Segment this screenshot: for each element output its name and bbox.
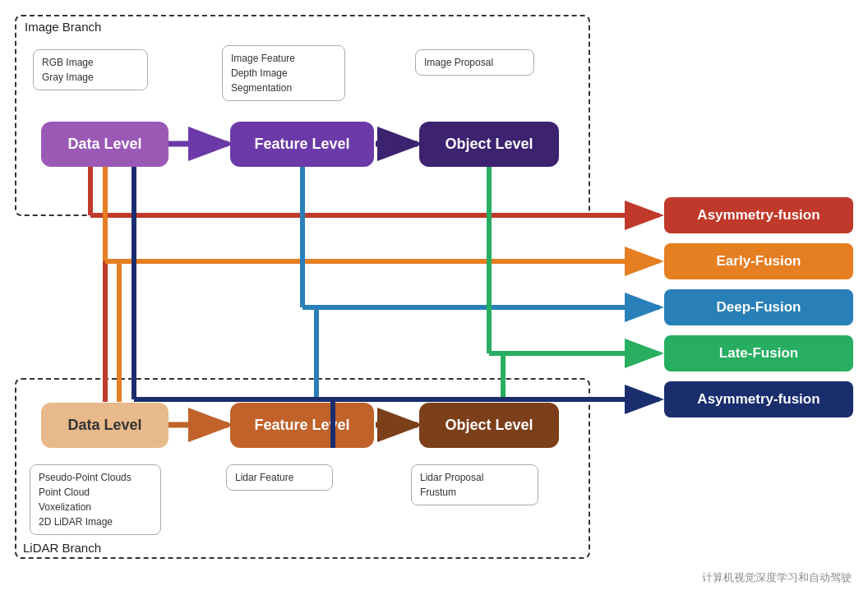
- lid-info1-line4: 2D LiDAR Image: [39, 514, 152, 529]
- lid-data-level-node: Data Level: [41, 403, 169, 448]
- img-info2-line3: Segmentation: [231, 81, 336, 95]
- lidar-branch-label: LiDAR Branch: [23, 541, 101, 555]
- fusion-asymmetry2-label: Asymmetry-fusion: [664, 381, 853, 417]
- main-container: Image Branch LiDAR Branch Data Level Fea…: [0, 0, 868, 595]
- img-info3-line1: Image Proposal: [424, 55, 525, 70]
- watermark: 计算机视觉深度学习和自动驾驶: [702, 570, 852, 585]
- img-data-level-node: Data Level: [41, 122, 169, 167]
- lid-info1-line1: Pseudo-Point Clouds: [39, 470, 152, 485]
- lid-info-box-2: Lidar Feature: [226, 464, 333, 491]
- lid-object-level-node: Object Level: [419, 403, 559, 448]
- lid-info1-line2: Point Cloud: [39, 485, 152, 500]
- lid-info-box-3: Lidar Proposal Frustum: [411, 464, 538, 505]
- image-branch-label: Image Branch: [25, 20, 101, 34]
- img-feature-level-node: Feature Level: [230, 122, 374, 167]
- fusion-asymmetry1-label: Asymmetry-fusion: [664, 197, 853, 233]
- lid-feature-level-node: Feature Level: [230, 403, 374, 448]
- img-info1-line1: RGB Image: [42, 55, 139, 70]
- img-info2-line1: Image Feature: [231, 51, 336, 66]
- fusion-late-label: Late-Fusion: [664, 335, 853, 371]
- lid-info1-line3: Voxelization: [39, 500, 152, 514]
- lid-info3-line2: Frustum: [420, 485, 529, 500]
- lid-info3-line1: Lidar Proposal: [420, 470, 529, 485]
- fusion-deep-label: Deep-Fusion: [664, 289, 853, 325]
- fusion-early-label: Early-Fusion: [664, 243, 853, 279]
- img-info2-line2: Depth Image: [231, 66, 336, 81]
- img-object-level-node: Object Level: [419, 122, 559, 167]
- img-info-box-2: Image Feature Depth Image Segmentation: [222, 45, 345, 101]
- lid-info2-line1: Lidar Feature: [235, 470, 324, 485]
- img-info-box-3: Image Proposal: [415, 49, 534, 76]
- img-info-box-1: RGB Image Gray Image: [33, 49, 148, 90]
- lid-info-box-1: Pseudo-Point Clouds Point Cloud Voxeliza…: [30, 464, 161, 535]
- img-info1-line2: Gray Image: [42, 70, 139, 85]
